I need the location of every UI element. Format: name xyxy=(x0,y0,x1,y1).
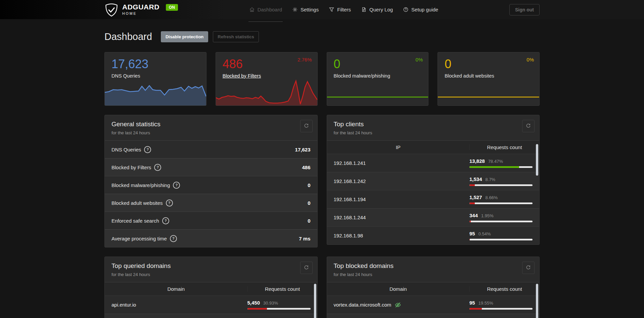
client-ip[interactable]: 192.168.1.242 xyxy=(327,178,470,184)
help-circle-icon xyxy=(403,7,409,12)
request-percent: 1.95% xyxy=(481,213,494,218)
statistic-value: 17,623 xyxy=(295,147,311,152)
statistic-label-text: DNS Queries xyxy=(111,147,141,152)
refresh-panel-button[interactable] xyxy=(522,262,535,274)
disable-protection-button[interactable]: Disable protection xyxy=(161,31,208,42)
column-header-count: Requests count xyxy=(469,286,539,292)
client-ip-text: 192.168.1.98 xyxy=(334,233,363,238)
table-row: 192.168.1.24113,82878.47% xyxy=(327,154,540,172)
requests-count-cell: 5,45030.93% xyxy=(247,297,317,313)
page-title: Dashboard xyxy=(104,31,152,42)
table-row: 192.168.1.2443441.95% xyxy=(327,208,540,226)
refresh-panel-button[interactable] xyxy=(522,120,535,132)
panel-title: Top queried domains xyxy=(111,262,311,270)
statistic-label-text: Blocked malware/phishing xyxy=(111,182,170,188)
statistic-value: 486 xyxy=(302,165,310,170)
usage-bar-fill xyxy=(247,308,267,310)
scrollbar-thumb[interactable] xyxy=(536,284,538,318)
table-row-partial xyxy=(327,314,540,318)
requests-count-cell: 1,5348.7% xyxy=(469,173,539,189)
count-line: 9519.55% xyxy=(469,300,533,306)
refresh-panel-button[interactable] xyxy=(300,262,313,274)
count-line: 1,5278.66% xyxy=(469,194,533,200)
general-statistics-panel: General statistics for the last 24 hours… xyxy=(104,115,318,247)
scrollbar-thumb[interactable] xyxy=(314,284,316,318)
help-icon[interactable]: ? xyxy=(144,146,151,153)
client-ip-text: 192.168.1.194 xyxy=(334,196,366,202)
statistic-row-blocked-by-filters: Blocked by Filters?486 xyxy=(105,158,317,176)
request-percent: 30.93% xyxy=(263,301,278,306)
domain-name-text: vortex.data.microsoft.com xyxy=(334,302,392,308)
statistic-row-dns-queries: DNS Queries?17,623 xyxy=(105,140,317,158)
help-icon[interactable]: ? xyxy=(166,199,173,207)
nav-item-dashboard[interactable]: Dashboard xyxy=(249,0,282,19)
request-percent: 8.7% xyxy=(486,177,496,182)
client-ip[interactable]: 192.168.1.98 xyxy=(327,233,470,238)
sign-out-button[interactable]: Sign out xyxy=(509,4,540,15)
top-queried-domains-panel: Top queried domains for the last 24 hour… xyxy=(104,257,318,318)
domain-name-text: api.entur.io xyxy=(111,302,136,308)
table-row: 192.168.1.98950.54% xyxy=(327,226,540,244)
statistic-row-blocked-adult-websites: Blocked adult websites?0 xyxy=(105,194,317,212)
sparkline-chart xyxy=(438,77,539,105)
client-ip[interactable]: 192.168.1.244 xyxy=(327,215,470,220)
adguard-home-logo[interactable]: ADGUARD HOME ON xyxy=(104,2,178,17)
panel-subtitle: for the last 24 hours xyxy=(334,130,533,135)
requests-count-cell: 3441.95% xyxy=(469,210,539,226)
column-header-domain: Domain xyxy=(327,286,470,292)
statistic-label-text: Blocked adult websites xyxy=(111,200,163,206)
usage-bar-fill xyxy=(469,239,470,240)
request-count: 1,534 xyxy=(469,176,482,182)
usage-bar xyxy=(469,202,533,204)
nav-item-label: Query Log xyxy=(369,7,393,12)
gear-icon xyxy=(292,7,298,12)
client-ip[interactable]: 192.168.1.194 xyxy=(327,196,470,202)
help-icon[interactable]: ? xyxy=(170,235,177,242)
domain-name[interactable]: vortex.data.microsoft.com xyxy=(327,302,470,308)
nav-item-filters[interactable]: Filters xyxy=(329,0,351,19)
stat-card-percent: 0% xyxy=(526,57,534,62)
nav-item-settings[interactable]: Settings xyxy=(292,0,319,19)
table-row: 192.168.1.2421,5348.7% xyxy=(327,172,540,190)
nav-item-setup-guide[interactable]: Setup guide xyxy=(403,0,438,19)
nav-item-query-log[interactable]: Query Log xyxy=(361,0,393,19)
table-header: IP Requests count xyxy=(327,140,540,154)
help-icon[interactable]: ? xyxy=(154,164,161,171)
brand-name: ADGUARD xyxy=(122,3,159,10)
statistic-label: Blocked by Filters? xyxy=(111,164,161,171)
refresh-panel-button[interactable] xyxy=(300,120,313,132)
sparkline-chart xyxy=(327,77,428,105)
statistic-label-text: Blocked by Filters xyxy=(111,165,151,170)
client-ip[interactable]: 192.168.1.241 xyxy=(327,160,470,166)
table-header: Domain Requests count xyxy=(327,282,540,296)
usage-bar-fill xyxy=(469,308,482,310)
help-icon[interactable]: ? xyxy=(173,182,180,189)
domain-name[interactable]: api.entur.io xyxy=(105,302,247,308)
request-count: 344 xyxy=(469,213,478,218)
request-percent: 78.47% xyxy=(488,159,503,164)
sparkline-chart xyxy=(105,77,206,105)
brand-subtitle: HOME xyxy=(122,11,159,15)
request-count: 95 xyxy=(469,231,475,236)
scrollbar-thumb[interactable] xyxy=(536,144,538,176)
count-line: 3441.95% xyxy=(469,213,533,218)
top-blocked-domains-panel: Top blocked domains for the last 24 hour… xyxy=(327,257,540,318)
statistic-label: Blocked malware/phishing? xyxy=(111,182,180,189)
refresh-icon xyxy=(304,265,309,271)
statistic-label: Enforced safe search? xyxy=(111,217,169,224)
stat-card-value: 0 xyxy=(334,57,428,71)
requests-count-cell: 1,5278.66% xyxy=(469,191,539,208)
request-count: 1,527 xyxy=(469,194,482,200)
help-icon[interactable]: ? xyxy=(162,217,169,224)
statistic-value: 0 xyxy=(308,200,310,206)
nav-item-label: Filters xyxy=(337,7,351,12)
refresh-statistics-button[interactable]: Refresh statistics xyxy=(213,31,259,42)
stat-card-blocked-adult-websites: 0Blocked adult websites0% xyxy=(438,52,540,106)
top-clients-table: 192.168.1.24113,82878.47%192.168.1.2421,… xyxy=(327,154,540,244)
usage-bar xyxy=(469,308,533,310)
stat-card-value: 17,623 xyxy=(111,57,206,71)
stat-card-value: 0 xyxy=(445,57,539,71)
panel-title: Top blocked domains xyxy=(334,262,533,270)
stat-card-blocked-malware-phishing: 0Blocked malware/phishing0% xyxy=(327,52,429,106)
column-header-ip: IP xyxy=(327,144,470,150)
